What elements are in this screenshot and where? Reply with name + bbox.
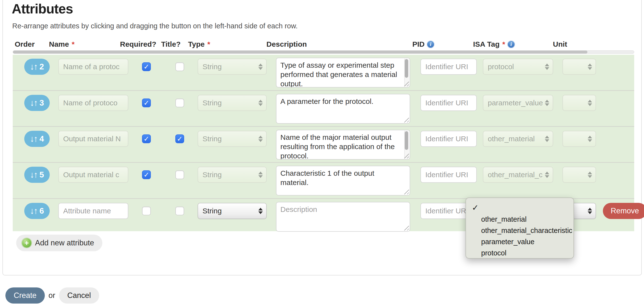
attribute-row: ↓↑4 String Name of the major material ou…: [13, 127, 634, 163]
description-textarea[interactable]: Name of the major material output result…: [276, 130, 410, 159]
stepper-icon: [545, 64, 549, 70]
required-checkbox[interactable]: [142, 135, 151, 143]
title-checkbox[interactable]: [175, 99, 184, 107]
order-number: 3: [40, 98, 44, 108]
info-icon[interactable]: i: [427, 41, 434, 48]
dropdown-option[interactable]: other_material: [466, 214, 574, 225]
order-drag-handle[interactable]: ↓↑3: [24, 95, 50, 111]
required-checkbox[interactable]: [142, 206, 151, 215]
column-header-type: Type*: [188, 40, 210, 48]
stepper-icon: [545, 100, 549, 106]
stepper-icon: [588, 64, 592, 70]
create-button[interactable]: Create: [6, 288, 45, 304]
unit-select: [562, 131, 596, 147]
isa-tag-dropdown: ✓ other_material other_material_characte…: [466, 197, 574, 259]
isa-tag-select: other_material: [483, 131, 553, 147]
name-input: [58, 167, 128, 183]
info-icon[interactable]: i: [507, 41, 515, 48]
stepper-icon: [588, 208, 592, 214]
attribute-row: ↓↑3 String A parameter for the protocol.…: [13, 91, 634, 127]
stepper-icon: [258, 64, 263, 70]
type-select: String: [198, 131, 267, 147]
unit-select: [562, 167, 596, 183]
description-textarea[interactable]: [276, 202, 410, 231]
order-drag-handle[interactable]: ↓↑4: [24, 131, 50, 147]
form-actions: Create or Cancel: [6, 288, 99, 304]
checkmark-icon: ✓: [472, 203, 479, 212]
remove-button[interactable]: Remove: [603, 203, 644, 219]
stepper-icon: [258, 208, 263, 214]
stepper-icon: [588, 100, 592, 106]
name-input: [58, 131, 128, 147]
scrollbar-thumb[interactable]: [13, 51, 588, 53]
description-textarea-wrap: Name of the major material output result…: [276, 130, 410, 159]
horizontal-scrollbar[interactable]: [13, 50, 634, 54]
pid-input[interactable]: [420, 95, 477, 111]
title-checkbox[interactable]: [175, 62, 184, 71]
isa-tag-select: protocol: [483, 59, 553, 75]
required-checkbox[interactable]: [142, 62, 151, 71]
dropdown-option[interactable]: protocol: [466, 247, 574, 259]
type-select: String: [198, 95, 267, 111]
order-drag-handle[interactable]: ↓↑2: [24, 59, 50, 75]
pid-input[interactable]: [420, 167, 477, 183]
stepper-icon: [258, 136, 263, 142]
page-subtitle: Re-arrange attributes by clicking and dr…: [12, 22, 298, 30]
required-checkbox[interactable]: [142, 99, 151, 107]
stepper-icon: [588, 171, 592, 178]
plus-icon: +: [22, 238, 31, 248]
description-textarea[interactable]: Characteristic 1 of the output material.: [276, 166, 410, 195]
description-textarea-wrap: Type of assay or experimental step perfo…: [276, 58, 410, 88]
column-header-description: Description: [266, 40, 307, 48]
order-number: 4: [40, 134, 44, 144]
scrollbar-thumb[interactable]: [405, 59, 408, 78]
type-select[interactable]: String: [198, 203, 267, 219]
description-textarea[interactable]: Type of assay or experimental step perfo…: [276, 58, 410, 87]
dropdown-option-blank[interactable]: ✓: [466, 203, 574, 214]
column-header-pid: PIDi: [412, 40, 434, 48]
order-number: 2: [40, 62, 44, 71]
title-checkbox[interactable]: [175, 170, 184, 179]
order-drag-handle[interactable]: ↓↑6: [24, 203, 50, 219]
dropdown-option[interactable]: other_material_characteristic: [466, 225, 574, 236]
column-header-required: Required?: [120, 40, 156, 48]
page-title: Attributes: [12, 1, 73, 17]
column-header-order: Order: [15, 40, 35, 48]
required-asterisk: *: [502, 40, 505, 48]
order-drag-handle[interactable]: ↓↑5: [24, 167, 50, 183]
type-select: String: [198, 59, 267, 75]
dropdown-option[interactable]: parameter_value: [466, 236, 574, 247]
isa-tag-select: parameter_value: [483, 95, 553, 111]
reorder-arrows-icon: ↓↑: [30, 98, 37, 108]
reorder-arrows-icon: ↓↑: [30, 206, 37, 216]
attributes-panel: Attributes Re-arrange attributes by clic…: [2, 0, 642, 276]
reorder-arrows-icon: ↓↑: [30, 170, 37, 180]
isa-tag-select: other_material_characteristic: [483, 167, 553, 183]
description-textarea[interactable]: A parameter for the protocol.: [276, 94, 410, 123]
reorder-arrows-icon: ↓↑: [30, 62, 37, 72]
name-input: [58, 95, 128, 111]
unit-select: [562, 95, 596, 111]
name-input[interactable]: [58, 203, 128, 219]
title-checkbox[interactable]: [175, 206, 184, 215]
stepper-icon: [258, 171, 263, 178]
attribute-row: ↓↑5 String Characteristic 1 of the outpu…: [13, 163, 634, 199]
stepper-icon: [545, 171, 549, 178]
cancel-button[interactable]: Cancel: [59, 288, 100, 304]
description-textarea-wrap: [276, 202, 410, 232]
add-new-attribute-button[interactable]: + Add new attribute: [16, 235, 102, 251]
required-asterisk: *: [208, 40, 210, 48]
type-select: String: [198, 167, 267, 183]
title-checkbox[interactable]: [175, 135, 184, 143]
unit-select: [562, 59, 596, 75]
pid-input[interactable]: [420, 59, 477, 75]
description-textarea-wrap: Characteristic 1 of the output material.: [276, 166, 410, 195]
pid-input[interactable]: [420, 131, 477, 147]
column-header-unit: Unit: [553, 40, 567, 48]
required-asterisk: *: [72, 40, 75, 48]
column-header-isa-tag: ISA Tag*i: [473, 40, 515, 48]
required-checkbox[interactable]: [142, 170, 151, 179]
scrollbar-thumb[interactable]: [405, 131, 408, 150]
attribute-row: ↓↑2 String Type of assay or experimental…: [13, 55, 634, 91]
stepper-icon: [588, 136, 592, 142]
